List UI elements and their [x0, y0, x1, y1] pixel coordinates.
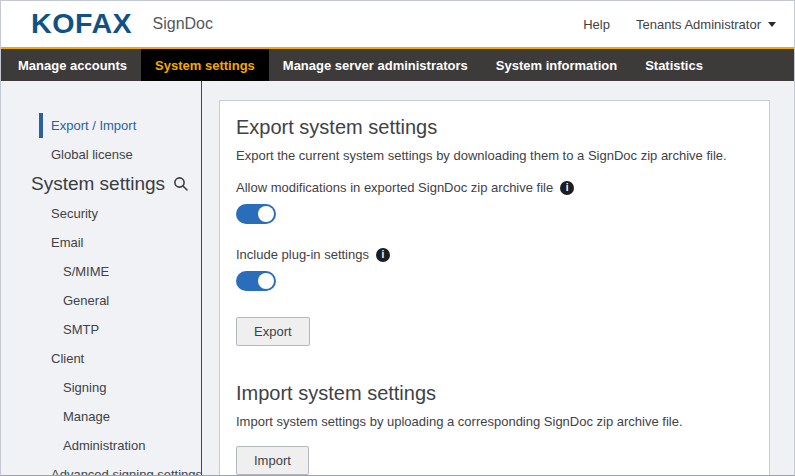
- sidebar-item-smime[interactable]: S/MIME: [1, 257, 201, 286]
- sidebar-item-security[interactable]: Security: [1, 199, 201, 228]
- primary-nav: Manage accounts System settings Manage s…: [1, 47, 794, 81]
- sidebar-item-label: Client: [51, 351, 84, 366]
- export-button[interactable]: Export: [236, 317, 310, 346]
- settings-panel: Export system settings Export the curren…: [219, 100, 770, 475]
- field-label-row: Include plug-in settings i: [236, 247, 753, 262]
- help-link[interactable]: Help: [583, 17, 610, 32]
- product-name: SignDoc: [153, 15, 213, 33]
- import-section-description: Import system settings by uploading a co…: [236, 414, 753, 429]
- export-section-title: Export system settings: [236, 116, 753, 139]
- import-section: Import system settings Import system set…: [236, 382, 753, 475]
- sidebar-item-label: Manage: [63, 409, 110, 424]
- sidebar-item-global-license[interactable]: Global license: [1, 140, 201, 169]
- info-icon[interactable]: i: [376, 248, 390, 262]
- allow-modifications-field: Allow modifications in exported SignDoc …: [236, 180, 753, 224]
- allow-modifications-toggle[interactable]: [236, 204, 276, 224]
- sidebar-item-label: Global license: [51, 147, 133, 162]
- tab-statistics[interactable]: Statistics: [631, 49, 717, 81]
- sidebar: Export / Import Global license System se…: [1, 81, 202, 475]
- import-section-title: Import system settings: [236, 382, 753, 405]
- import-button[interactable]: Import: [236, 446, 309, 475]
- content-area: Export / Import Global license System se…: [1, 81, 794, 475]
- sidebar-item-label: SMTP: [63, 322, 99, 337]
- sidebar-item-advanced-signing-settings[interactable]: Advanced signing settings: [1, 460, 201, 475]
- tab-manage-server-administrators[interactable]: Manage server administrators: [269, 49, 482, 81]
- app-window: KOFAX SignDoc Help Tenants Administrator…: [0, 0, 795, 476]
- sidebar-item-label: Administration: [63, 438, 145, 453]
- sidebar-item-label: Email: [51, 235, 84, 250]
- sidebar-item-label: Signing: [63, 380, 106, 395]
- info-icon[interactable]: i: [560, 181, 574, 195]
- user-menu[interactable]: Tenants Administrator: [636, 17, 776, 32]
- sidebar-heading-system-settings: System settings: [1, 169, 201, 199]
- sidebar-item-client[interactable]: Client: [1, 344, 201, 373]
- sidebar-heading-label: System settings: [31, 169, 165, 199]
- tab-manage-accounts[interactable]: Manage accounts: [4, 49, 141, 81]
- export-section-description: Export the current system settings by do…: [236, 148, 753, 163]
- include-plugin-field: Include plug-in settings i: [236, 247, 753, 291]
- sidebar-item-general[interactable]: General: [1, 286, 201, 315]
- include-plugin-label: Include plug-in settings: [236, 247, 369, 262]
- toggle-knob: [258, 206, 274, 222]
- sidebar-item-email[interactable]: Email: [1, 228, 201, 257]
- chevron-down-icon: [768, 22, 776, 27]
- sidebar-item-signing[interactable]: Signing: [1, 373, 201, 402]
- sidebar-item-label: Security: [51, 206, 98, 221]
- kofax-logo: KOFAX: [31, 9, 132, 40]
- sidebar-item-label: General: [63, 293, 109, 308]
- sidebar-item-export-import[interactable]: Export / Import: [1, 111, 201, 140]
- app-header: KOFAX SignDoc Help Tenants Administrator: [1, 1, 794, 47]
- field-label-row: Allow modifications in exported SignDoc …: [236, 180, 753, 195]
- sidebar-item-label: Export / Import: [51, 118, 136, 133]
- include-plugin-toggle[interactable]: [236, 271, 276, 291]
- export-section: Export system settings Export the curren…: [236, 116, 753, 346]
- selected-indicator: [39, 113, 43, 138]
- sidebar-item-administration[interactable]: Administration: [1, 431, 201, 460]
- sidebar-item-smtp[interactable]: SMTP: [1, 315, 201, 344]
- tab-system-settings[interactable]: System settings: [141, 49, 269, 81]
- toggle-knob: [258, 273, 274, 289]
- sidebar-item-label: S/MIME: [63, 264, 109, 279]
- user-menu-label: Tenants Administrator: [636, 17, 761, 32]
- search-icon[interactable]: [173, 176, 189, 192]
- sidebar-item-label: Advanced signing settings: [51, 467, 202, 475]
- tab-system-information[interactable]: System information: [482, 49, 631, 81]
- allow-modifications-label: Allow modifications in exported SignDoc …: [236, 180, 553, 195]
- sidebar-item-manage[interactable]: Manage: [1, 402, 201, 431]
